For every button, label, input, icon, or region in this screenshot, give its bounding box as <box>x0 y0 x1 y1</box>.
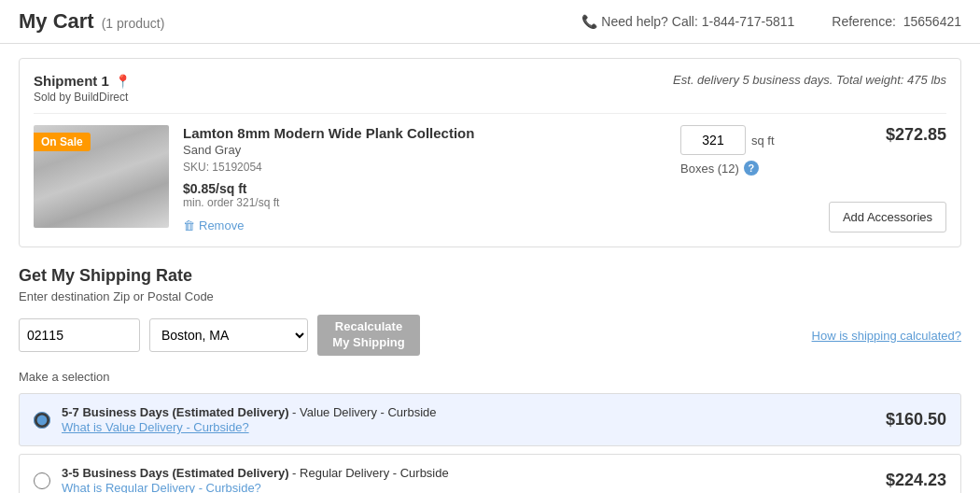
remove-label: Remove <box>199 218 244 232</box>
on-sale-badge: On Sale <box>34 133 91 151</box>
product-total-price: $272.85 <box>886 125 946 145</box>
unit-label: sq ft <box>751 134 775 148</box>
product-min-order: min. order 321/sq ft <box>183 196 666 209</box>
product-name: Lamton 8mm Modern Wide Plank Collection <box>183 125 666 141</box>
help-icon[interactable]: ? <box>744 161 759 176</box>
product-variant: Sand Gray <box>183 143 666 157</box>
remove-link[interactable]: 🗑 Remove <box>183 218 244 232</box>
product-row: On Sale Lamton 8mm Modern Wide Plank Col… <box>34 113 946 232</box>
delivery-label-strong-2: 3-5 Business Days (Estimated Delivery) <box>62 466 289 480</box>
delivery-label-2: 3-5 Business Days (Estimated Delivery) -… <box>62 466 886 480</box>
trash-icon: 🗑 <box>183 218 195 232</box>
product-count: (1 product) <box>102 16 165 31</box>
make-selection-label: Make a selection <box>19 370 961 384</box>
price-accessories: $272.85 Add Accessories <box>816 125 946 232</box>
product-sku: SKU: 15192054 <box>183 161 666 174</box>
reference-label: Reference: 15656421 <box>832 14 961 29</box>
page-header: My Cart (1 product) 📞 Need help? Call: 1… <box>0 0 980 44</box>
recalculate-button[interactable]: Recalculate My Shipping <box>317 315 420 356</box>
delivery-price-1: $160.50 <box>886 410 946 430</box>
boxes-label: Boxes (12) <box>680 162 739 176</box>
shipment-header: Shipment 1 📍 Sold by BuildDirect Est. de… <box>34 73 946 104</box>
quantity-input[interactable] <box>680 125 746 155</box>
city-select[interactable]: Boston, MA <box>149 318 308 352</box>
pin-icon: 📍 <box>115 74 131 89</box>
delivery-label-rest-2: - Regular Delivery - Curbside <box>289 466 449 480</box>
est-delivery: Est. delivery 5 business days. Total wei… <box>673 73 946 87</box>
page-title: My Cart <box>19 9 94 34</box>
phone-icon: 📞 <box>581 14 597 29</box>
delivery-price-2: $224.23 <box>886 471 946 490</box>
delivery-info-1: 5-7 Business Days (Estimated Delivery) -… <box>62 405 886 434</box>
shipment-title: Shipment 1 <box>34 73 109 89</box>
delivery-option-2[interactable]: 3-5 Business Days (Estimated Delivery) -… <box>19 454 961 493</box>
shipping-subtitle: Enter destination Zip or Postal Code <box>19 289 961 303</box>
product-price-per: $0.85/sq ft <box>183 181 666 196</box>
shipping-calc-link[interactable]: How is shipping calculated? <box>812 329 961 343</box>
shipping-title: Get My Shipping Rate <box>19 266 961 286</box>
zip-input[interactable] <box>19 318 140 352</box>
delivery-radio-1[interactable] <box>34 412 50 429</box>
product-details: Lamton 8mm Modern Wide Plank Collection … <box>183 125 666 232</box>
product-image-wrap: On Sale <box>34 125 169 228</box>
delivery-label-rest-1: - Value Delivery - Curbside <box>289 405 437 419</box>
delivery-option-1[interactable]: 5-7 Business Days (Estimated Delivery) -… <box>19 393 961 446</box>
help-text: Need help? Call: 1-844-717-5811 <box>601 14 794 29</box>
sold-by: Sold by BuildDirect <box>34 91 131 104</box>
delivery-info-2: 3-5 Business Days (Estimated Delivery) -… <box>62 466 886 493</box>
delivery-radio-2[interactable] <box>34 472 50 489</box>
shipping-inputs-row: Boston, MA Recalculate My Shipping How i… <box>19 315 961 356</box>
delivery-sub-link-2[interactable]: What is Regular Delivery - Curbside? <box>62 481 261 493</box>
shipping-section: Get My Shipping Rate Enter destination Z… <box>19 266 961 493</box>
delivery-label-strong-1: 5-7 Business Days (Estimated Delivery) <box>62 405 289 419</box>
quantity-section: sq ft Boxes (12) ? <box>680 125 802 176</box>
delivery-sub-link-1[interactable]: What is Value Delivery - Curbside? <box>62 420 249 434</box>
main-content: Shipment 1 📍 Sold by BuildDirect Est. de… <box>0 44 980 493</box>
delivery-label-1: 5-7 Business Days (Estimated Delivery) -… <box>62 405 886 419</box>
shipment-card: Shipment 1 📍 Sold by BuildDirect Est. de… <box>19 58 961 247</box>
add-accessories-button[interactable]: Add Accessories <box>829 202 946 232</box>
